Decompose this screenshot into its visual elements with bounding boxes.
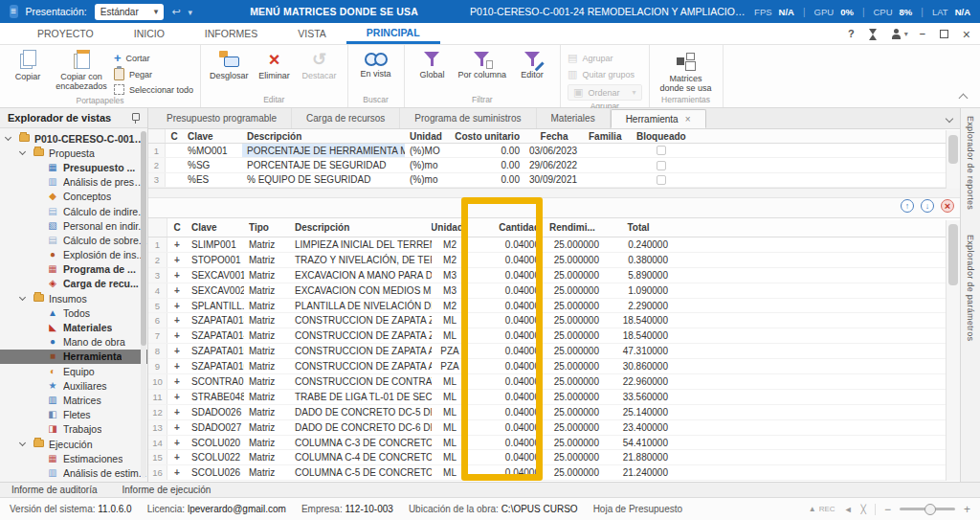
column-header-c[interactable]: C xyxy=(166,129,183,143)
tree-item-programa-de[interactable]: ▦Programa de ... xyxy=(0,262,147,277)
matrix-row-sexcav002[interactable]: 4+SEXCAV002MatrizEXCAVACION CON MEDIOS M… xyxy=(148,283,946,299)
column-header-tipo[interactable]: Tipo xyxy=(244,218,290,237)
tree-item-carga-de-recu[interactable]: ◈Carga de recu... xyxy=(0,277,147,291)
tree-item-matrices[interactable]: ▥Matrices xyxy=(0,393,147,407)
por-columna-button[interactable]: Por columna xyxy=(457,48,509,79)
matrix-row-scolu026[interactable]: 16+SCOLU026MatrizCOLUMNA C-5 DE CONCRETO… xyxy=(148,465,946,481)
matrix-row-scontra010[interactable]: 10+SCONTRA010MatrizCONSTRUCCION DE CONTR… xyxy=(148,374,946,390)
expand-plus-icon[interactable]: + xyxy=(174,330,180,341)
zoom-out-button[interactable]: − xyxy=(884,504,891,515)
column-header-unidad[interactable]: Unidad xyxy=(432,218,468,237)
expand-plus-icon[interactable]: + xyxy=(174,422,180,433)
expand-plus-icon[interactable]: + xyxy=(174,285,180,296)
expand-plus-icon[interactable]: + xyxy=(174,239,180,250)
close-button[interactable] xyxy=(963,28,970,41)
expand-plus-icon[interactable]: + xyxy=(174,452,180,463)
expand-plus-icon[interactable]: + xyxy=(174,407,180,418)
restore-button[interactable] xyxy=(940,30,948,38)
expand-plus-icon[interactable]: + xyxy=(174,315,180,326)
bottom-tab-informe-de-ejecuci-n[interactable]: Informe de ejecución xyxy=(122,485,212,495)
lower-scrollbar-thumb[interactable] xyxy=(948,224,958,285)
expand-plus-icon[interactable]: + xyxy=(174,376,180,387)
reports-explorer-tab[interactable]: Explorador de reportes xyxy=(966,116,975,210)
eliminar-button[interactable]: ×Eliminar xyxy=(254,48,296,80)
help-icon[interactable] xyxy=(848,29,855,39)
bloqueado-checkbox[interactable] xyxy=(657,175,666,185)
tree-item-auxiliares[interactable]: ★Auxiliares xyxy=(0,378,147,393)
tree-item-an-lisis-de-presu[interactable]: ▥Análisis de presu... xyxy=(0,175,147,190)
collapse-ribbon-icon[interactable] xyxy=(959,94,969,103)
chevron-down-icon[interactable] xyxy=(189,7,193,17)
column-header-descripci-n[interactable]: Descripción xyxy=(290,218,432,237)
lower-table-scrollbar[interactable] xyxy=(946,220,960,481)
tree-item-an-lisis-de-estim[interactable]: ▥Análisis de estim... xyxy=(0,465,147,480)
ribbon-tab-principal[interactable]: PRINCIPAL xyxy=(346,23,440,44)
destacar-button[interactable]: ↺Destacar xyxy=(299,48,341,80)
tree-item-mano-de-obra[interactable]: ●Mano de obra xyxy=(0,335,147,350)
expand-plus-icon[interactable]: + xyxy=(174,438,180,448)
bloqueado-checkbox[interactable] xyxy=(657,146,666,155)
doc-tab-carga-de-recursos[interactable]: Carga de recursos xyxy=(292,108,400,128)
column-header-unidad[interactable]: Unidad xyxy=(405,129,448,143)
tree-item-todos[interactable]: ▲Todos xyxy=(0,305,147,320)
user-account-icon[interactable] xyxy=(892,29,905,39)
column-header-c[interactable]: C xyxy=(167,218,187,237)
column-header-familia[interactable]: Familia xyxy=(584,129,632,143)
matrix-row-scolu022[interactable]: 15+SCOLU022MatrizCOLUMNA C-4 DE CONCRETO… xyxy=(148,450,946,465)
tree-item-explosi-n-de-ins[interactable]: ●Explosión de ins... xyxy=(0,248,147,262)
tree-item-c-lculo-de-indire[interactable]: ▤Cálculo de indire... xyxy=(0,204,147,218)
matrix-row-strabe048[interactable]: 11+STRABE048MatrizTRABE DE LIGA TL-01 DE… xyxy=(148,390,946,405)
tree-item-propuesta[interactable]: Propuesta xyxy=(0,146,147,160)
editor-button[interactable]: Editor xyxy=(511,48,553,79)
presentation-select[interactable]: Estándar xyxy=(95,4,165,20)
expand-plus-icon[interactable]: + xyxy=(174,270,180,281)
tree-item-presupuesto[interactable]: ▦Presupuesto ... xyxy=(0,160,147,174)
doc-tab-herramienta[interactable]: Herramienta× xyxy=(611,109,706,128)
zoom-in-button[interactable]: + xyxy=(964,504,970,515)
expand-plus-icon[interactable]: + xyxy=(174,255,180,265)
matrix-row-sdado026[interactable]: 12+SDADO026MatrizDADO DE CONCRETO DC-5 D… xyxy=(148,405,946,420)
ribbon-tab-proyecto[interactable]: PROYECTO xyxy=(17,23,114,44)
bottom-tab-informe-de-auditor-a[interactable]: Informe de auditoría xyxy=(11,485,98,495)
matrix-row-szapata015[interactable]: 8+SZAPATA015MatrizCONSTRUCCION DE ZAPATA… xyxy=(148,344,946,359)
tree-item-p010-cereso-c-001-2[interactable]: P010-CERESO-C-001-2... xyxy=(0,131,147,146)
matrix-row-stopo001[interactable]: 2+STOPO001MatrizTRAZO Y NIVELACIÓN, DE T… xyxy=(148,253,946,268)
tree-item-insumos[interactable]: Insumos xyxy=(0,291,147,305)
bloqueado-checkbox[interactable] xyxy=(657,161,666,170)
copiar-button[interactable]: Copiar xyxy=(7,48,49,81)
expand-plus-icon[interactable]: + xyxy=(174,301,180,311)
ordenar-button[interactable]: ▣Ordenar▾ xyxy=(568,84,641,101)
minimize-button[interactable] xyxy=(920,29,925,39)
doc-tab-presupuesto-programable[interactable]: Presupuesto programable xyxy=(152,108,292,128)
sidebar-scrollbar-thumb[interactable] xyxy=(141,131,146,346)
parameters-explorer-tab[interactable]: Explorador de parámetros xyxy=(966,235,975,341)
tree-item-fletes[interactable]: ◧Fletes xyxy=(0,408,147,422)
tree-item-trabajos[interactable]: ◨Trabajos xyxy=(0,422,147,437)
upper-scrollbar-thumb[interactable] xyxy=(948,135,958,164)
cursor-mode-icon[interactable] xyxy=(844,504,853,514)
tree-item-equipo[interactable]: ◐Equipo xyxy=(0,364,147,378)
column-header-cantidad[interactable]: Cantidad xyxy=(468,218,545,237)
matrix-row-splantill[interactable]: 5+SPLANTILL...MatrizPLANTILLA DE NIVELAC… xyxy=(148,299,946,314)
expand-plus-icon[interactable]: + xyxy=(174,361,180,372)
upper-table-scrollbar[interactable] xyxy=(946,130,960,189)
matrix-row-szapata016[interactable]: 9+SZAPATA016MatrizCONSTRUCCION DE ZAPATA… xyxy=(148,359,946,374)
column-header-clave[interactable]: Clave xyxy=(183,129,242,143)
ribbon-tab-vista[interactable]: VISTA xyxy=(278,23,346,44)
en-vista-button[interactable]: En vista xyxy=(355,48,397,79)
agrupar-button[interactable]: ▤Agrupar xyxy=(568,52,641,64)
move-down-icon[interactable] xyxy=(921,199,934,213)
resource-row-mo001[interactable]: 1%MO001PORCENTAJE DE HERRAMIENTA MENOR(%… xyxy=(148,144,946,158)
column-header-bloqueado[interactable]: Bloqueado xyxy=(632,129,691,143)
doc-tab-programa-de-suministros[interactable]: Programa de suministros xyxy=(400,108,536,128)
matrix-row-sdado027[interactable]: 13+SDADO027MatrizDADO DE CONCRETO DC-6 D… xyxy=(148,420,946,436)
tree-item-herramienta[interactable]: ■Herramienta xyxy=(0,350,147,364)
matrices-donde-se-usa-button[interactable]: Matrices donde se usa xyxy=(657,48,716,94)
close-panel-icon[interactable] xyxy=(941,199,954,213)
resize-mode-icon[interactable] xyxy=(861,504,866,514)
ribbon-tab-informes[interactable]: INFORMES xyxy=(185,23,278,44)
expand-plus-icon[interactable]: + xyxy=(174,392,180,402)
matrix-row-szapata014[interactable]: 7+SZAPATA014MatrizCONSTRUCCION DE ZAPATA… xyxy=(148,328,946,344)
tree-item-personal-en-indir[interactable]: ▧Personal en indir... xyxy=(0,218,147,233)
column-header-rendimi[interactable]: Rendimi... xyxy=(545,218,604,237)
